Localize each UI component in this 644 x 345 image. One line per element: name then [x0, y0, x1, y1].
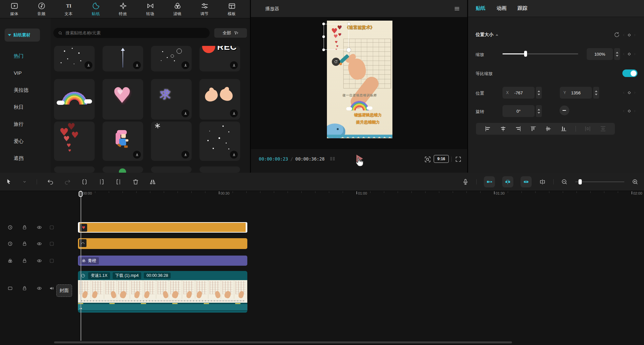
- sticker-tile-sliver[interactable]: [54, 166, 95, 173]
- selection-handle-br[interactable]: [347, 48, 351, 52]
- tab-tracking[interactable]: 跟踪: [518, 5, 527, 11]
- preview-quality-icon[interactable]: [424, 156, 431, 163]
- redo-icon[interactable]: [64, 178, 71, 185]
- download-icon[interactable]: [230, 61, 238, 69]
- selection-handle-tl[interactable]: [322, 23, 325, 25]
- uniform-scale-toggle[interactable]: [622, 69, 637, 77]
- selection-handle-ml[interactable]: [322, 35, 325, 38]
- burst-button[interactable]: [502, 176, 513, 187]
- sticker-tile-pixel-girl[interactable]: [103, 122, 143, 161]
- download-icon[interactable]: [181, 151, 189, 159]
- download-icon[interactable]: [230, 151, 238, 159]
- playhead-line[interactable]: [81, 191, 81, 341]
- video-clip[interactable]: 变速1.1X下载 (1).mp400:00:36:28 →: [78, 271, 247, 313]
- eye-icon[interactable]: [36, 241, 42, 247]
- lock-icon[interactable]: [22, 258, 28, 264]
- align-ch-icon[interactable]: [500, 125, 506, 132]
- keyframe-next-icon[interactable]: [633, 52, 636, 56]
- sticker-tile-sparkle-burst[interactable]: [151, 122, 192, 161]
- rotate-handle-icon[interactable]: [332, 58, 340, 66]
- sticker-tile-sliver[interactable]: [151, 166, 192, 173]
- overlap-icon[interactable]: [7, 258, 13, 264]
- undo-icon[interactable]: [47, 178, 54, 185]
- toolbar-effects[interactable]: 特效: [109, 0, 137, 18]
- sidebar-item-occlusion[interactable]: 遮挡: [14, 155, 24, 162]
- download-icon[interactable]: [181, 109, 189, 117]
- clock-icon[interactable]: [7, 224, 13, 230]
- playhead-marker[interactable]: [79, 191, 83, 197]
- selection-box[interactable]: [324, 24, 349, 50]
- sidebar-item-autumn[interactable]: 秋日: [14, 104, 24, 110]
- rect-icon[interactable]: [7, 285, 13, 291]
- trim-right-icon[interactable]: [115, 178, 122, 185]
- clip-trim-handle[interactable]: [246, 222, 247, 233]
- link-button[interactable]: [521, 176, 532, 187]
- scale-slider[interactable]: [502, 53, 578, 54]
- download-icon[interactable]: [181, 61, 189, 69]
- toolbar-template[interactable]: 模板: [218, 0, 245, 18]
- selection-handle-tr[interactable]: [348, 23, 350, 25]
- keyframe-prev-icon[interactable]: [622, 33, 625, 37]
- toolbar-sticker[interactable]: 贴纸: [82, 0, 109, 18]
- sticker-tile-hearts-stack[interactable]: ♥♥♥♥♥♥: [54, 122, 95, 161]
- toolbar-filter[interactable]: 滤镜: [164, 0, 191, 18]
- cover-button[interactable]: 封面: [56, 284, 72, 297]
- toolbar-audio[interactable]: 音频: [28, 0, 55, 18]
- timeline-scrollbar[interactable]: [54, 341, 512, 343]
- position-x-stepper[interactable]: [536, 87, 542, 99]
- keyframe-icon[interactable]: [627, 90, 632, 95]
- sticker-tile-rainbow[interactable]: [54, 79, 95, 120]
- lock-icon[interactable]: [22, 224, 28, 230]
- align-cv-icon[interactable]: [545, 125, 552, 132]
- sticker-tile-sliver-green[interactable]: [103, 166, 143, 173]
- lock-icon[interactable]: [22, 285, 28, 291]
- sidebar-item-love[interactable]: 爱心: [14, 138, 24, 144]
- align-top-icon[interactable]: [530, 125, 537, 132]
- align-left-icon[interactable]: [484, 125, 491, 132]
- dist-v-icon[interactable]: [600, 125, 606, 132]
- selection-handle-bl[interactable]: [322, 48, 325, 51]
- sidebar-item-hot[interactable]: 热门: [14, 53, 24, 59]
- keyframe-icon[interactable]: [627, 32, 632, 38]
- search-input[interactable]: 搜索贴纸名称/元素: [53, 28, 210, 38]
- frame-list-icon[interactable]: [329, 155, 336, 163]
- player-stage[interactable]: 《迷宫鉴赏术》 做一位逻辑思维训练师 锻炼逻辑思维力 提升思维能力 ♥♥♥♥♥♥…: [251, 17, 467, 149]
- box-icon[interactable]: [49, 241, 55, 247]
- sticker-tile-star-dots[interactable]: [199, 122, 240, 161]
- clock-icon[interactable]: [7, 241, 13, 247]
- magnet-button[interactable]: [484, 176, 495, 187]
- box-icon[interactable]: [49, 258, 55, 264]
- cursor-icon[interactable]: [5, 178, 12, 185]
- sidebar-item-vip[interactable]: VIP: [14, 70, 22, 76]
- eye-icon[interactable]: [36, 285, 42, 291]
- rotate-dial[interactable]: [559, 105, 569, 115]
- download-icon[interactable]: [133, 151, 141, 159]
- align-right-icon[interactable]: [515, 125, 521, 132]
- chevron-icon[interactable]: [22, 180, 27, 184]
- keyframe-next-icon[interactable]: [633, 91, 636, 94]
- sidebar-item-maillard[interactable]: 美拉德: [14, 87, 28, 93]
- sticker-tile-sliver[interactable]: [199, 166, 240, 173]
- section-position-size[interactable]: 位置大小: [476, 32, 498, 38]
- eye-icon[interactable]: [36, 224, 42, 230]
- keyframe-next-icon[interactable]: [633, 33, 636, 37]
- align-bottom-icon[interactable]: [560, 125, 567, 132]
- filter-clip[interactable]: 青橙: [78, 256, 247, 266]
- timeline-zoom-slider[interactable]: [575, 182, 624, 182]
- trim-left-icon[interactable]: [98, 178, 105, 185]
- scale-slider-handle[interactable]: [524, 51, 527, 57]
- download-icon[interactable]: [230, 109, 238, 117]
- lock-icon[interactable]: [22, 241, 28, 247]
- eye-icon[interactable]: [36, 258, 42, 264]
- clip-trim-handle[interactable]: [78, 222, 80, 233]
- toolbar-media[interactable]: 媒体: [1, 0, 28, 18]
- sticker-tile-sparkle-dots[interactable]: [54, 46, 95, 71]
- filter-button[interactable]: 全部: [214, 28, 247, 38]
- dist-h-icon[interactable]: [584, 125, 591, 132]
- sticker-tile-heart-hands[interactable]: [199, 79, 240, 120]
- sticker-clip-1[interactable]: ♥: [78, 222, 247, 233]
- speaker-icon[interactable]: [49, 285, 55, 291]
- sticker-clip-2[interactable]: [78, 238, 247, 249]
- player-menu-icon[interactable]: [453, 5, 461, 12]
- rotate-stepper[interactable]: [536, 105, 542, 117]
